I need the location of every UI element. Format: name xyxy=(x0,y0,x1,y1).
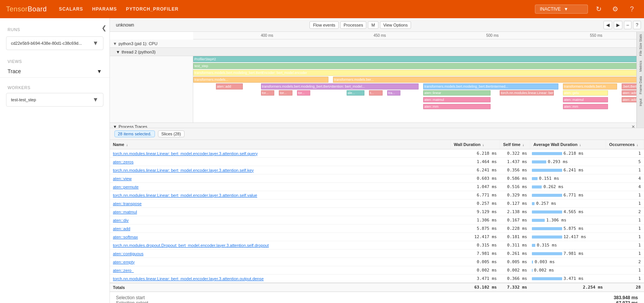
flame-bar[interactable]: test_step xyxy=(193,63,644,69)
row-name-cell[interactable]: aten::zeros xyxy=(110,158,451,166)
close-traces-icon[interactable]: ✕ xyxy=(631,124,635,129)
chevron-down-icon: ▼ xyxy=(92,40,98,47)
row-name-cell[interactable]: aten::transpose xyxy=(110,199,451,208)
row-name-cell[interactable]: aten::add xyxy=(110,225,451,233)
table-row[interactable]: torch.nn.modules.linear.Linear: bert_mod… xyxy=(110,166,644,174)
runs-dropdown[interactable]: cd22e5b9-b694-438e-80d1-c38c69d... ▼ xyxy=(6,36,103,50)
table-row[interactable]: aten::contiguous 7.981 ms 0.261 ms 7.981… xyxy=(110,250,644,258)
flame-bar[interactable]: tor... xyxy=(279,90,292,96)
input-tab[interactable]: Input xyxy=(638,96,643,108)
flame-bar[interactable]: aten::matmul xyxy=(423,97,491,102)
table-row[interactable]: aten::zeros 1.464 ms 1.437 ms 0.293 ms 5 xyxy=(110,158,644,166)
status-dropdown[interactable]: INACTIVE ▼ xyxy=(535,5,588,14)
expand-thread-icon[interactable]: ▼ xyxy=(116,50,120,54)
row-self-cell: 0.167 ms xyxy=(500,216,530,225)
row-avg-cell: 0.315 ms xyxy=(530,241,606,250)
row-name-cell[interactable]: torch.nn.modules.dropout.Dropout: bert_m… xyxy=(110,241,451,250)
col-self-header[interactable]: Self time ↓ xyxy=(500,140,530,149)
flame-bar[interactable]: transformers.models.ber... xyxy=(333,77,644,83)
m-button[interactable]: M xyxy=(368,21,378,29)
slices-badge[interactable]: Slices (28) xyxy=(158,130,184,137)
sort-icon: ↓ xyxy=(636,143,638,147)
table-row[interactable]: aten::empty 0.005 ms 0.005 ms 0.003 ms 2 xyxy=(110,258,644,266)
col-wall-header[interactable]: Wall Duration ↓ xyxy=(451,140,500,149)
row-name-cell[interactable]: aten::permute xyxy=(110,183,451,191)
frame-data-tab[interactable]: Frame Data xyxy=(638,74,643,97)
row-name-cell[interactable]: torch.nn.modules.linear.Linear: bert_mod… xyxy=(110,166,451,174)
selection-start-value: 383.948 ms xyxy=(562,295,638,300)
nav-help-button[interactable]: ? xyxy=(633,21,641,29)
ruler-mark-550: 550 ms xyxy=(590,33,602,38)
flame-right-panel[interactable]: ProfilerStep#2test_steptransformers.mode… xyxy=(193,56,644,122)
table-row[interactable]: torch.nn.modules.linear.Linear: bert_mod… xyxy=(110,191,644,199)
flame-bar[interactable]: t... xyxy=(369,90,383,96)
flame-bar[interactable]: tor... xyxy=(261,90,275,96)
row-avg-cell: 4.565 ms xyxy=(530,208,606,216)
workers-dropdown[interactable]: test-test_step ▼ xyxy=(6,93,103,107)
file-size-stats-tab[interactable]: File Size Stats xyxy=(638,32,643,58)
table-row[interactable]: aten::permute 1.047 ms 0.516 ms 0.262 ms… xyxy=(110,183,644,191)
nav-pytorch-profiler[interactable]: PYTORCH_PROFILER xyxy=(126,6,179,12)
flame-bar[interactable]: aten::gelu xyxy=(563,90,608,96)
nav-forward-button[interactable]: ▶ xyxy=(614,21,622,29)
table-row[interactable]: aten::transpose 0.257 ms 0.127 ms 0.257 … xyxy=(110,199,644,208)
table-row[interactable]: aten::matmul 9.129 ms 2.138 ms 4.565 ms … xyxy=(110,208,644,216)
expand-traces-icon[interactable]: ▼ xyxy=(113,124,117,128)
refresh-icon[interactable]: ↻ xyxy=(592,3,605,15)
help-icon[interactable]: ? xyxy=(626,3,638,15)
table-row[interactable]: torch.nn.modules.linear.Linear: bert_mod… xyxy=(110,149,644,158)
flame-bar[interactable]: aten::mm xyxy=(423,104,491,109)
flame-bar[interactable]: tra... xyxy=(387,90,401,96)
flame-bar[interactable]: transformers.models.bert.modeling_bert.B… xyxy=(261,83,419,89)
table-row[interactable]: aten::zero_ 0.002 ms 0.002 ms 0.002 ms 1 xyxy=(110,266,644,275)
flame-bar[interactable]: ProfilerStep#2 xyxy=(193,56,644,62)
ruler-mark-500: 500 ms xyxy=(486,33,499,38)
row-name-cell[interactable]: aten::empty xyxy=(110,258,451,266)
row-name-cell[interactable]: torch.nn.modules.linear.Linear: bert_mod… xyxy=(110,275,451,283)
row-name-cell[interactable]: aten::view xyxy=(110,174,451,183)
table-row[interactable]: torch.nn.modules.linear.Linear: bert_mod… xyxy=(110,275,644,283)
flame-bar[interactable]: torch.nn.modules.linear.Linear: bert_mo.… xyxy=(500,90,554,96)
flame-chart: ProfilerStep#2test_steptransformers.mode… xyxy=(110,56,644,122)
row-name-cell[interactable]: aten::zero_ xyxy=(110,266,451,275)
row-name-cell[interactable]: aten::softmax xyxy=(110,233,451,241)
table-row[interactable]: aten::view 0.603 ms 0.586 ms 0.151 ms 4 xyxy=(110,174,644,183)
row-name-cell[interactable]: torch.nn.modules.linear.Linear: bert_mod… xyxy=(110,191,451,199)
nav-minus-button[interactable]: – xyxy=(624,21,632,29)
expand-arrow-icon[interactable]: ▼ xyxy=(113,41,117,46)
flame-bar[interactable]: ale... xyxy=(347,90,365,96)
flame-bar[interactable]: aten::mm xyxy=(563,104,608,109)
flame-bar[interactable]: transformers.models.bert.m xyxy=(563,83,617,89)
row-name-cell[interactable]: aten::div xyxy=(110,216,451,225)
nav-scalars[interactable]: SCALARS xyxy=(59,6,83,12)
flow-events-button[interactable]: Flow events xyxy=(309,21,339,29)
sidebar-collapse-button[interactable]: ❮ xyxy=(102,24,106,31)
flame-bar[interactable]: transformers.models.bert.modeling_bert.B… xyxy=(193,70,644,76)
row-name-cell[interactable]: aten::matmul xyxy=(110,208,451,216)
col-name-header[interactable]: Name ↓ xyxy=(110,140,451,149)
row-name-cell[interactable]: torch.nn.modules.linear.Linear: bert_mod… xyxy=(110,149,451,158)
row-wall-cell: 1.306 ms xyxy=(451,216,500,225)
view-options-button[interactable]: View Options xyxy=(380,21,411,29)
metrics-tab[interactable]: Metrics xyxy=(638,58,643,74)
flame-bar[interactable]: aten::add xyxy=(216,83,243,89)
table-row[interactable]: aten::add 5.875 ms 0.228 ms 5.875 ms 1 xyxy=(110,225,644,233)
flame-bar[interactable]: tor... xyxy=(297,90,311,96)
col-avg-header[interactable]: Average Wall Duration ↓ xyxy=(530,140,606,149)
row-wall-cell: 1.047 ms xyxy=(451,183,500,191)
flame-bar[interactable]: aten::linear xyxy=(423,90,491,96)
selection-extent-label: Selection extent xyxy=(116,300,192,303)
table-row[interactable]: aten::softmax 12.417 ms 0.181 ms 12.417 … xyxy=(110,233,644,241)
table-row[interactable]: aten::div 1.306 ms 0.167 ms 1.306 ms 1 xyxy=(110,216,644,225)
settings-icon[interactable]: ⚙ xyxy=(609,3,621,15)
table-row[interactable]: torch.nn.modules.dropout.Dropout: bert_m… xyxy=(110,241,644,250)
nav-back-button[interactable]: ◀ xyxy=(603,21,612,29)
trace-view-item[interactable]: Trace ▼ xyxy=(0,65,109,78)
flame-bar[interactable]: transformers.models.bert.modeling_bert.B… xyxy=(423,83,558,89)
nav-hparams[interactable]: HPARAMS xyxy=(92,6,117,12)
flame-bar[interactable]: transformers.models... xyxy=(193,77,328,83)
col-occ-header[interactable]: Occurrences ↓ xyxy=(606,140,644,149)
processes-button[interactable]: Processes xyxy=(340,21,366,29)
flame-bar[interactable]: aten::matmul xyxy=(563,97,608,102)
row-name-cell[interactable]: aten::contiguous xyxy=(110,250,451,258)
